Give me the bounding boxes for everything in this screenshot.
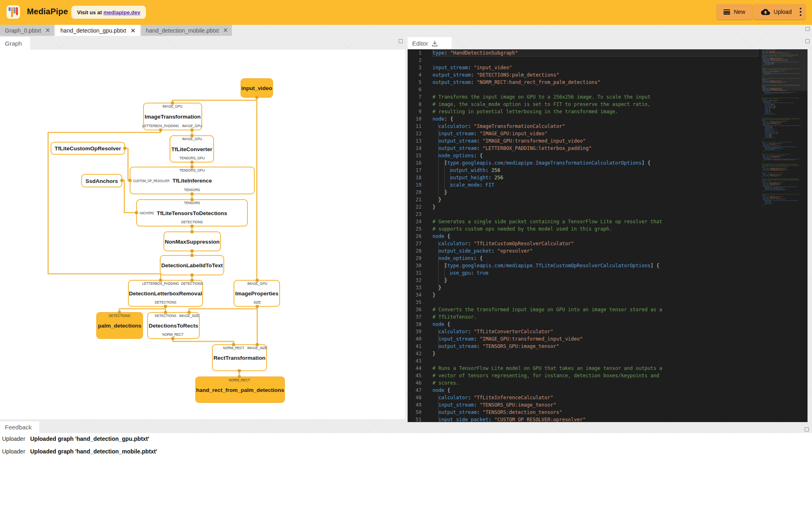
editor-minimap[interactable]: type: "HandDetectionSubgraph" input_stre… [762, 49, 808, 422]
code-line[interactable]: calculator: "TfLiteInferenceCalculator" [432, 394, 758, 401]
code-line[interactable]: node: { [432, 115, 758, 123]
code-line[interactable]: # TfLiteTensor. [432, 313, 758, 321]
code-line[interactable] [432, 86, 758, 93]
code-line[interactable]: input_stream: "IMAGE_GPU:transformed_inp… [432, 335, 758, 343]
code-line[interactable] [432, 57, 758, 64]
graph-node-palm-detections[interactable]: palm_detectionsDETECTIONS [97, 311, 143, 339]
code-line[interactable] [432, 211, 758, 218]
code-line[interactable] [432, 299, 758, 306]
port-square[interactable] [172, 337, 174, 340]
port-square[interactable] [135, 211, 138, 214]
code-line[interactable]: # Generates a single side packet contain… [432, 218, 758, 225]
code-line[interactable]: output_height: 256 [432, 174, 758, 181]
port-square[interactable] [191, 161, 194, 164]
code-line[interactable]: # image, the scale_mode option is set to… [432, 101, 758, 108]
code-line[interactable]: node_options: { [432, 152, 758, 159]
port-square[interactable] [238, 370, 241, 372]
code-line[interactable]: output_side_packet: "opresolver" [432, 247, 758, 255]
port-square[interactable] [171, 102, 174, 105]
new-button[interactable]: New [717, 4, 752, 20]
port-square[interactable] [129, 179, 132, 182]
port-square[interactable] [256, 279, 259, 282]
download-icon[interactable] [431, 40, 438, 47]
port-square[interactable] [191, 166, 194, 169]
graph-node-detection-letterbox-removal[interactable]: DetectionLetterboxRemovalLETTERBOX_PADDI… [128, 279, 203, 308]
code-line[interactable]: output_stream: "TENSORS_GPU:image_tensor… [432, 343, 758, 350]
tab-feedback[interactable]: Feedback [0, 421, 39, 433]
minimap-slider[interactable] [762, 49, 808, 91]
code-line[interactable]: input_stream: "input_video" [432, 64, 758, 71]
file-tab-hand-detection-mobile-pbtxt[interactable]: hand_detection_mobile.pbtxt× [141, 25, 232, 36]
port-square[interactable] [118, 311, 121, 314]
popout-graph-pane-icon[interactable] [399, 39, 403, 43]
code-line[interactable]: # Transforms the input image on GPU to a… [432, 93, 758, 101]
code-editor[interactable]: 1234567891011121314151617181920212223242… [408, 49, 808, 422]
code-line[interactable]: } [432, 203, 758, 211]
code-line[interactable]: } [432, 350, 758, 357]
popout-editor-pane-icon[interactable] [805, 39, 810, 43]
code-line[interactable]: calculator: "TfLiteConverterCalculator" [432, 328, 758, 335]
port-square[interactable] [256, 96, 258, 99]
port-square[interactable] [191, 134, 194, 137]
code-line[interactable]: output_stream: "TENSORS:detection_tensor… [432, 409, 758, 416]
graph-node-detections-to-rects[interactable]: DetectionsToRectsDETECTIONSIMAGE_SIZENOR… [148, 311, 199, 340]
code-line[interactable]: node { [432, 233, 758, 240]
port-square[interactable] [238, 376, 241, 378]
tab-editor[interactable]: Editor [408, 37, 452, 49]
graph-node-hand-rect-from-palm-detections[interactable]: hand_rect_from_palm_detectionsNORM_RECT [196, 376, 285, 403]
code-line[interactable]: # vector of tensors representing, for in… [432, 372, 758, 379]
code-line[interactable]: output_stream: "DETECTIONS:palm_detectio… [432, 71, 758, 79]
port-square[interactable] [191, 193, 194, 196]
code-line[interactable]: output_width: 256 [432, 167, 758, 174]
graph-node-rect-transformation[interactable]: RectTransformationNORM_RECTIMAGE_SIZE [212, 343, 267, 372]
tab-graph[interactable]: Graph [0, 37, 30, 49]
code-line[interactable] [432, 357, 758, 365]
graph-canvas[interactable]: input_videoImageTransformationIMAGE_GPUL… [0, 49, 405, 419]
mediapipe-dev-link[interactable]: mediapipe.dev [104, 9, 140, 15]
code-line[interactable]: calculator: "TfLiteCustomOpResolverCalcu… [432, 240, 758, 247]
code-line[interactable]: } [432, 196, 758, 203]
port-square[interactable] [191, 198, 194, 201]
graph-node-tflite-custom-op-resolver[interactable]: TfLiteCustomOpResolver [51, 142, 126, 154]
code-line[interactable]: type: "HandDetectionSubgraph" [432, 49, 758, 57]
code-line[interactable]: output_stream: "IMAGE_GPU:transformed_in… [432, 137, 758, 145]
port-square[interactable] [191, 279, 194, 282]
upload-button[interactable]: Upload [753, 4, 805, 20]
code-line[interactable]: # Runs a TensorFlow Lite model on GPU th… [432, 365, 758, 372]
port-square[interactable] [232, 343, 235, 346]
graph-node-image-properties[interactable]: ImagePropertiesIMAGE_GPUSIZE [234, 279, 280, 308]
code-line[interactable]: } [432, 284, 758, 291]
code-line[interactable]: input_stream: "TENSORS_GPU:image_tensor" [432, 401, 758, 409]
file-tab-Graph-0-pbtxt[interactable]: Graph_0.pbtxt× [0, 25, 54, 36]
code-line[interactable]: input_stream: "IMAGE_GPU:input_video" [432, 130, 758, 137]
code-line[interactable]: [type.googleapis.com/mediapipe.TfLiteCus… [432, 262, 758, 269]
code-line[interactable]: } [432, 291, 758, 299]
file-tab-hand-detection-gpu-pbtxt[interactable]: hand_detection_gpu.pbtxt× [55, 25, 140, 36]
code-line[interactable]: # Converts the transformed input image o… [432, 306, 758, 313]
code-line[interactable]: # supports custom ops needed by the mode… [432, 225, 758, 233]
port-square[interactable] [164, 305, 167, 308]
code-line[interactable]: input_side_packet: "CUSTOM_OP_RESOLVER:o… [432, 416, 758, 422]
port-square[interactable] [191, 225, 194, 228]
code-line[interactable]: node_options: { [432, 255, 758, 262]
code-line[interactable]: calculator: "ImageTransformationCalculat… [432, 123, 758, 130]
code-line[interactable]: # scores. [432, 379, 758, 387]
code-line[interactable]: output_stream: "LETTERBOX_PADDING:letter… [432, 145, 758, 152]
graph-node-tflite-inference[interactable]: TfLiteInferenceTENSORS_GPUCUSTOM_OP_RESO… [129, 166, 255, 196]
port-square[interactable] [121, 179, 124, 182]
graph-node-tflite-tensors-to-detections[interactable]: TfLiteTensorsToDetectionsTENSORSANCHORSD… [135, 198, 248, 228]
graph-node-image-transformation[interactable]: ImageTransformationIMAGE_GPULETTERBOX_PA… [142, 102, 202, 132]
port-square[interactable] [191, 274, 194, 277]
graph-node-non-max-suppression[interactable]: NonMaxSuppression [164, 231, 221, 253]
port-square[interactable] [191, 129, 194, 132]
port-square[interactable] [256, 343, 259, 346]
port-square[interactable] [256, 305, 259, 308]
close-tab-icon[interactable]: × [130, 27, 135, 34]
code-line[interactable]: } [432, 189, 758, 196]
code-line[interactable]: scale_mode: FIT [432, 181, 758, 189]
code-line[interactable]: use_gpu: true [432, 269, 758, 277]
port-square[interactable] [159, 129, 162, 132]
port-square[interactable] [124, 147, 126, 150]
graph-node-input-video[interactable]: input_video [241, 79, 273, 99]
code-line[interactable]: } [432, 277, 758, 284]
